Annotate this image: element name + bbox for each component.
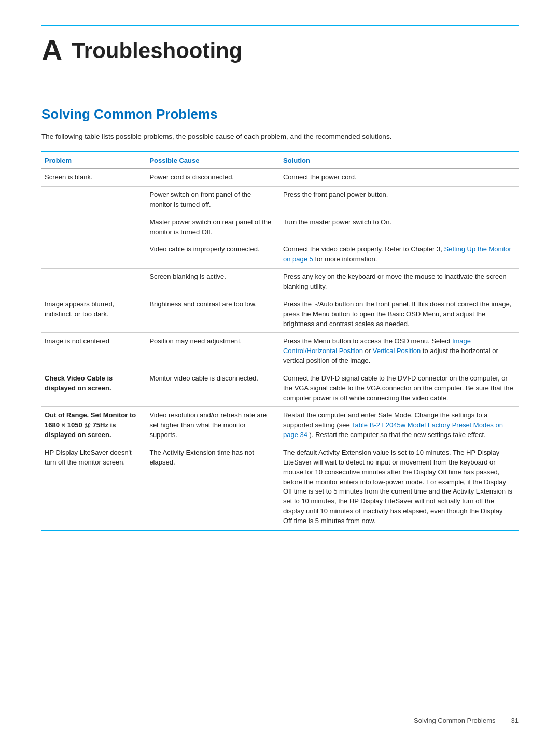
cell-problem: Out of Range. Set Monitor to 1680 × 1050… bbox=[41, 407, 146, 444]
col-header-problem: Problem bbox=[41, 152, 146, 169]
cell-cause: Master power switch on rear panel of the… bbox=[146, 214, 280, 241]
cell-problem bbox=[41, 187, 146, 214]
table-row: Master power switch on rear panel of the… bbox=[41, 214, 519, 241]
chapter-letter: A bbox=[41, 36, 62, 65]
cell-problem: Image appears blurred, indistinct, or to… bbox=[41, 296, 146, 333]
cell-solution: Press the front panel power button. bbox=[280, 187, 519, 214]
section-title: Solving Common Problems bbox=[41, 106, 519, 122]
cell-solution: Press the ~/Auto button on the front pan… bbox=[280, 296, 519, 333]
top-rule bbox=[41, 25, 519, 26]
cell-problem: Check Video Cable is displayed on screen… bbox=[41, 370, 146, 407]
cell-cause: Power cord is disconnected. bbox=[146, 169, 280, 187]
cell-cause: Screen blanking is active. bbox=[146, 269, 280, 296]
table-row: Screen is blank.Power cord is disconnect… bbox=[41, 169, 519, 187]
footer-text: Solving Common Problems bbox=[414, 716, 496, 724]
table-header-row: Problem Possible Cause Solution bbox=[41, 152, 519, 169]
cell-problem: Image is not centered bbox=[41, 333, 146, 370]
cell-problem bbox=[41, 269, 146, 296]
cell-problem: HP Display LiteSaver doesn't turn off th… bbox=[41, 444, 146, 530]
col-header-solution: Solution bbox=[280, 152, 519, 169]
cell-cause: Monitor video cable is disconnected. bbox=[146, 370, 280, 407]
cell-solution: Turn the master power switch to On. bbox=[280, 214, 519, 241]
cell-solution: Connect the power cord. bbox=[280, 169, 519, 187]
cell-problem bbox=[41, 214, 146, 241]
cell-cause: Brightness and contrast are too low. bbox=[146, 296, 280, 333]
cell-cause: Video resolution and/or refresh rate are… bbox=[146, 407, 280, 444]
cell-cause: Power switch on front panel of the monit… bbox=[146, 187, 280, 214]
table-row: Power switch on front panel of the monit… bbox=[41, 187, 519, 214]
table-row: Check Video Cable is displayed on screen… bbox=[41, 370, 519, 407]
cell-problem: Screen is blank. bbox=[41, 169, 146, 187]
table-row: Screen blanking is active.Press any key … bbox=[41, 269, 519, 296]
problems-table: Problem Possible Cause Solution Screen i… bbox=[41, 152, 519, 530]
cell-cause: Position may need adjustment. bbox=[146, 333, 280, 370]
table-row: Video cable is improperly connected.Conn… bbox=[41, 241, 519, 269]
col-header-cause: Possible Cause bbox=[146, 152, 280, 169]
table-row: HP Display LiteSaver doesn't turn off th… bbox=[41, 444, 519, 530]
page: A Troubleshooting Solving Common Problem… bbox=[0, 0, 560, 745]
cell-cause: The Activity Extension time has not elap… bbox=[146, 444, 280, 530]
footer-page: 31 bbox=[511, 716, 519, 724]
cell-solution: The default Activity Extension value is … bbox=[280, 444, 519, 530]
cell-problem bbox=[41, 241, 146, 269]
table-row: Image is not centeredPosition may need a… bbox=[41, 333, 519, 370]
footer: Solving Common Problems 31 bbox=[41, 716, 519, 724]
cell-solution: Connect the video cable properly. Refer … bbox=[280, 241, 519, 269]
cell-solution: Restart the computer and enter Safe Mode… bbox=[280, 407, 519, 444]
cell-cause: Video cable is improperly connected. bbox=[146, 241, 280, 269]
chapter-header: A Troubleshooting bbox=[41, 36, 519, 65]
intro-text: The following table lists possible probl… bbox=[41, 132, 519, 142]
table-rule-bottom bbox=[41, 530, 519, 531]
cell-solution: Press the Menu button to access the OSD … bbox=[280, 333, 519, 370]
chapter-title: Troubleshooting bbox=[72, 39, 242, 65]
cell-solution: Press any key on the keyboard or move th… bbox=[280, 269, 519, 296]
cell-solution: Connect the DVI-D signal cable to the DV… bbox=[280, 370, 519, 407]
table-row: Out of Range. Set Monitor to 1680 × 1050… bbox=[41, 407, 519, 444]
table-row: Image appears blurred, indistinct, or to… bbox=[41, 296, 519, 333]
